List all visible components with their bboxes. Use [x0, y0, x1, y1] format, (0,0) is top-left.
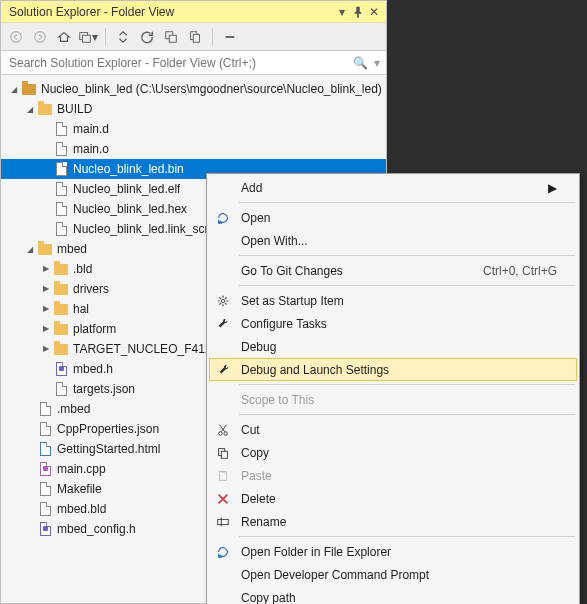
menu-label: Set as Startup Item — [237, 294, 557, 308]
svg-point-10 — [219, 431, 223, 435]
nav-back-button[interactable] — [5, 26, 27, 48]
chevron-right-icon[interactable] — [39, 305, 53, 314]
menu-separator — [239, 202, 575, 203]
chevron-right-icon[interactable] — [39, 265, 53, 274]
folder-icon — [53, 281, 69, 297]
file-icon — [53, 181, 69, 197]
tree-label: Nucleo_blink_led.hex — [73, 202, 187, 216]
svg-rect-7 — [193, 34, 199, 42]
tree-file[interactable]: main.d — [1, 119, 386, 139]
menu-debug[interactable]: Debug — [209, 335, 577, 358]
paste-icon — [209, 469, 237, 483]
panel-title: Solution Explorer - Folder View — [5, 5, 334, 19]
tree-label: main.o — [73, 142, 109, 156]
window-dropdown-icon[interactable]: ▾ — [334, 4, 350, 20]
menu-set-startup[interactable]: Set as Startup Item — [209, 289, 577, 312]
svg-rect-8 — [226, 36, 235, 38]
svg-rect-14 — [220, 471, 227, 480]
folder-icon — [53, 261, 69, 277]
tree-label: platform — [73, 322, 116, 336]
menu-open[interactable]: Open — [209, 206, 577, 229]
properties-button[interactable] — [219, 26, 241, 48]
svg-point-9 — [221, 299, 225, 303]
folder-icon — [37, 241, 53, 257]
chevron-down-icon[interactable] — [23, 105, 37, 114]
svg-point-1 — [35, 31, 46, 42]
tree-folder-build[interactable]: BUILD — [1, 99, 386, 119]
file-icon — [53, 381, 69, 397]
menu-separator — [239, 285, 575, 286]
chevron-right-icon[interactable] — [39, 345, 53, 354]
svg-rect-3 — [82, 35, 90, 42]
menu-label: Debug — [237, 340, 557, 354]
menu-copy[interactable]: Copy — [209, 441, 577, 464]
home-button[interactable] — [53, 26, 75, 48]
tree-label: main.cpp — [57, 462, 106, 476]
file-icon — [53, 221, 69, 237]
tree-label: BUILD — [57, 102, 92, 116]
tree-label: mbed.h — [73, 362, 113, 376]
search-icon[interactable]: 🔍 — [349, 56, 372, 70]
toolbar-separator — [212, 28, 213, 46]
wrench-icon — [210, 363, 237, 377]
file-icon — [53, 121, 69, 137]
file-icon — [37, 401, 53, 417]
chevron-right-icon[interactable] — [39, 285, 53, 294]
menu-separator — [239, 255, 575, 256]
tree-root-node[interactable]: Nucleo_blink_led (C:\Users\mgoodner\sour… — [1, 79, 386, 99]
sync-button[interactable] — [112, 26, 134, 48]
show-all-files-button[interactable] — [184, 26, 206, 48]
file-icon — [53, 141, 69, 157]
nav-forward-button[interactable] — [29, 26, 51, 48]
menu-label: Rename — [237, 515, 557, 529]
tree-file[interactable]: main.o — [1, 139, 386, 159]
menu-configure-tasks[interactable]: Configure Tasks — [209, 312, 577, 335]
menu-label: Configure Tasks — [237, 317, 557, 331]
menu-separator — [239, 536, 575, 537]
refresh-button[interactable] — [136, 26, 158, 48]
menu-paste: Paste — [209, 464, 577, 487]
search-input[interactable] — [5, 56, 349, 70]
tree-label: mbed_config.h — [57, 522, 136, 536]
menu-separator — [239, 384, 575, 385]
close-icon[interactable]: ✕ — [366, 4, 382, 20]
folder-icon — [37, 101, 53, 117]
menu-open-folder-explorer[interactable]: Open Folder in File Explorer — [209, 540, 577, 563]
svg-point-11 — [224, 431, 228, 435]
menu-add[interactable]: Add▶ — [209, 176, 577, 199]
tree-label: TARGET_NUCLEO_F411RE — [73, 342, 228, 356]
pin-icon[interactable] — [350, 4, 366, 20]
chevron-down-icon[interactable] — [23, 245, 37, 254]
tree-label: mbed — [57, 242, 87, 256]
tree-label: main.d — [73, 122, 109, 136]
svg-rect-5 — [169, 35, 176, 42]
file-icon — [37, 421, 53, 437]
menu-debug-launch-settings[interactable]: Debug and Launch Settings — [209, 358, 577, 381]
file-html-icon — [37, 441, 53, 457]
open-external-icon — [209, 545, 237, 559]
menu-label: Open Developer Command Prompt — [237, 568, 557, 582]
menu-delete[interactable]: Delete — [209, 487, 577, 510]
menu-copy-path[interactable]: Copy path — [209, 586, 577, 604]
folder-icon — [21, 81, 37, 97]
file-icon — [37, 481, 53, 497]
menu-git-changes[interactable]: Go To Git ChangesCtrl+0, Ctrl+G — [209, 259, 577, 282]
switch-views-button[interactable]: ▾ — [77, 26, 99, 48]
panel-titlebar: Solution Explorer - Folder View ▾ ✕ — [1, 1, 386, 23]
search-dropdown-icon[interactable]: ▾ — [372, 56, 382, 70]
tree-label: Nucleo_blink_led.elf — [73, 182, 180, 196]
collapse-all-button[interactable] — [160, 26, 182, 48]
svg-rect-16 — [218, 519, 229, 524]
tree-label: Nucleo_blink_led (C:\Users\mgoodner\sour… — [41, 82, 382, 96]
menu-rename[interactable]: Rename — [209, 510, 577, 533]
chevron-down-icon[interactable] — [7, 85, 21, 94]
menu-cut[interactable]: Cut — [209, 418, 577, 441]
rename-icon — [209, 515, 237, 529]
chevron-right-icon[interactable] — [39, 325, 53, 334]
file-h-icon — [53, 361, 69, 377]
menu-open-with[interactable]: Open With... — [209, 229, 577, 252]
cut-icon — [209, 423, 237, 437]
menu-dev-prompt[interactable]: Open Developer Command Prompt — [209, 563, 577, 586]
toolbar-separator — [105, 28, 106, 46]
tree-label: mbed.bld — [57, 502, 106, 516]
